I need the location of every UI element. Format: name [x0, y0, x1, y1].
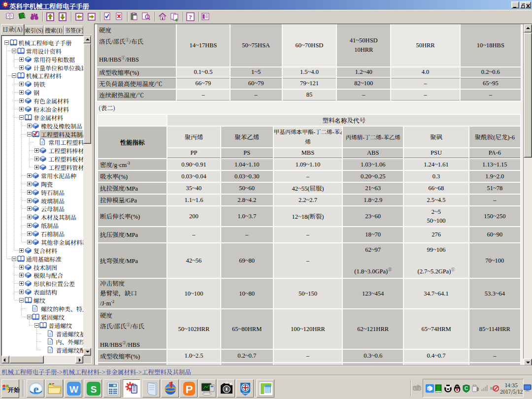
svg-text:中国船级社: 中国船级社	[241, 393, 250, 395]
svg-text:S: S	[91, 384, 97, 395]
svg-text:?: ?	[189, 13, 192, 21]
svg-text:P: P	[186, 383, 193, 396]
svg-text:W: W	[69, 384, 78, 395]
svg-text:C: C	[465, 386, 468, 391]
